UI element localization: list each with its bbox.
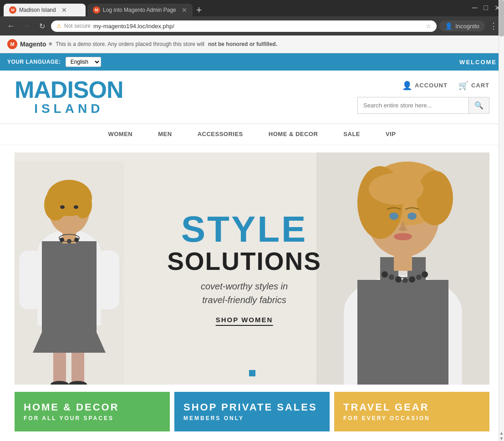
logo-line2: ISLAND	[15, 101, 123, 116]
hero-style-text: STYLE	[167, 211, 321, 248]
nav-item-men[interactable]: MEN	[145, 124, 184, 145]
svg-rect-26	[357, 280, 448, 385]
search-button[interactable]: 🔍	[468, 97, 489, 113]
nav-item-sale[interactable]: SALE	[331, 124, 373, 145]
svg-point-19	[60, 238, 64, 242]
banner-home-decor-subtitle: FOR ALL YOUR SPACES	[24, 415, 161, 421]
hero-solutions-text: SOLUTIONS	[167, 248, 321, 275]
cart-label: CART	[471, 82, 489, 89]
hero-woman-left	[15, 162, 124, 385]
scrollbar-arrow-down[interactable]: ▼	[499, 436, 504, 439]
magento-logo-icon: M	[7, 39, 17, 49]
window-controls: ─ □ ✕	[472, 4, 500, 12]
banner-home-decor-title: HOME & DECOR	[24, 402, 161, 413]
magento-notice-bold: not be honored or fulfilled.	[208, 41, 277, 47]
new-tab-button[interactable]: +	[196, 4, 202, 16]
reload-button[interactable]: ↻	[36, 20, 48, 32]
address-bar[interactable]: ⚠ Not secure my-magento194.loc/index.php…	[51, 20, 437, 32]
carousel-dot-active[interactable]	[249, 370, 255, 376]
tab-close-2[interactable]: ✕	[182, 6, 187, 14]
svg-rect-5	[42, 241, 97, 332]
tab-close-1[interactable]: ✕	[61, 6, 67, 14]
browser-menu-button[interactable]: ⋮	[488, 19, 499, 33]
tab-favicon-2: M	[93, 6, 100, 14]
tab-label-2: Log into Magento Admin Page	[103, 7, 176, 13]
scrollbar[interactable]: ▲ ▼	[499, 0, 504, 439]
security-warning-icon: ⚠	[56, 23, 61, 29]
hero-woman-right-svg	[316, 152, 489, 385]
back-button[interactable]: ←	[5, 20, 17, 32]
header-actions: 👤 ACCOUNT 🛒 CART	[402, 81, 489, 91]
tab-madison-island[interactable]: M Madison Island ✕	[4, 4, 86, 16]
banner-travel-gear-subtitle: FOR EVERY OCCASION	[343, 415, 480, 421]
nav-item-home-decor[interactable]: HOME & DECOR	[256, 124, 331, 145]
scrollbar-arrow-up[interactable]: ▲	[499, 431, 504, 436]
nav-list: WOMEN MEN ACCESSORIES HOME & DECOR SALE …	[0, 124, 504, 145]
svg-point-44	[422, 271, 428, 278]
maximize-button[interactable]: □	[484, 4, 488, 12]
search-bar: 🔍	[357, 97, 489, 114]
header-right: 👤 ACCOUNT 🛒 CART 🔍	[357, 81, 489, 114]
logo-line1: MADISON	[15, 78, 123, 101]
svg-point-20	[67, 239, 71, 243]
svg-marker-6	[33, 332, 106, 353]
site-logo[interactable]: MADISON ISLAND	[15, 78, 123, 116]
incognito-icon: 👤	[445, 22, 453, 30]
hero-subtitle-line1: covet-worthy styles in	[167, 279, 321, 293]
tab-magento-admin[interactable]: M Log into Magento Admin Page ✕	[87, 4, 193, 16]
address-text: my-magento194.loc/index.php/	[93, 23, 426, 30]
magento-brand-name: Magento	[20, 41, 46, 48]
carousel-dots	[249, 370, 255, 376]
account-label: ACCOUNT	[415, 82, 448, 89]
language-select[interactable]: English French Spanish	[66, 57, 101, 67]
svg-point-38	[382, 271, 388, 278]
svg-point-40	[395, 276, 402, 283]
incognito-indicator: 👤 Incognito	[439, 20, 485, 31]
welcome-text: WELCOME	[459, 59, 497, 66]
banner-travel-gear[interactable]: TRAVEL GEAR FOR EVERY OCCASION	[334, 392, 489, 431]
search-input[interactable]	[358, 98, 468, 112]
language-label: YOUR LANGUAGE:	[7, 59, 61, 65]
svg-point-21	[74, 238, 79, 242]
cart-button[interactable]: 🛒 CART	[458, 81, 489, 91]
svg-point-13	[74, 205, 78, 209]
scrollbar-thumb[interactable]	[499, 0, 504, 36]
magento-trademark: ®	[49, 42, 52, 46]
browser-chrome: M Madison Island ✕ M Log into Magento Ad…	[0, 0, 504, 35]
banner-home-decor[interactable]: HOME & DECOR FOR ALL YOUR SPACES	[15, 392, 170, 431]
banner-private-sales-title: SHOP PRIVATE SALES	[183, 402, 321, 413]
bottom-banners: HOME & DECOR FOR ALL YOUR SPACES SHOP PR…	[15, 392, 489, 431]
svg-point-36	[407, 213, 417, 220]
nav-item-vip[interactable]: VIP	[373, 124, 408, 145]
minimize-button[interactable]: ─	[472, 4, 477, 12]
hero-woman-left-svg	[15, 162, 124, 385]
banner-travel-gear-title: TRAVEL GEAR	[343, 402, 480, 413]
banner-private-sales-subtitle: MEMBERS ONLY	[183, 415, 321, 421]
site-header: MADISON ISLAND 👤 ACCOUNT 🛒 CART 🔍	[0, 71, 504, 124]
svg-rect-15	[71, 353, 84, 385]
account-button[interactable]: 👤 ACCOUNT	[402, 81, 448, 91]
banner-private-sales[interactable]: SHOP PRIVATE SALES MEMBERS ONLY	[174, 392, 330, 431]
hero-shop-women-button[interactable]: SHOP WOMEN	[216, 316, 273, 326]
language-bar: YOUR LANGUAGE: English French Spanish WE…	[0, 53, 504, 71]
forward-button[interactable]: →	[20, 20, 33, 32]
svg-point-37	[394, 233, 412, 240]
tab-label-1: Madison Island	[19, 7, 56, 13]
svg-point-41	[402, 278, 408, 283]
svg-rect-3	[19, 250, 42, 309]
hero-subtitle-line2: travel-friendly fabrics	[167, 293, 321, 307]
svg-point-34	[369, 173, 423, 205]
bookmark-icon[interactable]: ☆	[426, 23, 431, 30]
svg-rect-4	[97, 250, 119, 309]
nav-item-accessories[interactable]: ACCESSORIES	[185, 124, 256, 145]
security-warning-text: Not secure	[64, 23, 91, 29]
svg-point-10	[44, 189, 67, 221]
svg-point-12	[60, 205, 65, 209]
hero-woman-right	[316, 152, 489, 385]
hero-content: STYLE SOLUTIONS covet-worthy styles in t…	[167, 211, 321, 326]
svg-point-11	[74, 191, 92, 218]
address-bar-row: ← → ↻ ⚠ Not secure my-magento194.loc/ind…	[0, 16, 504, 35]
magento-logo: M Magento ®	[7, 39, 52, 49]
nav-item-women[interactable]: WOMEN	[95, 124, 145, 145]
svg-point-43	[416, 274, 422, 280]
